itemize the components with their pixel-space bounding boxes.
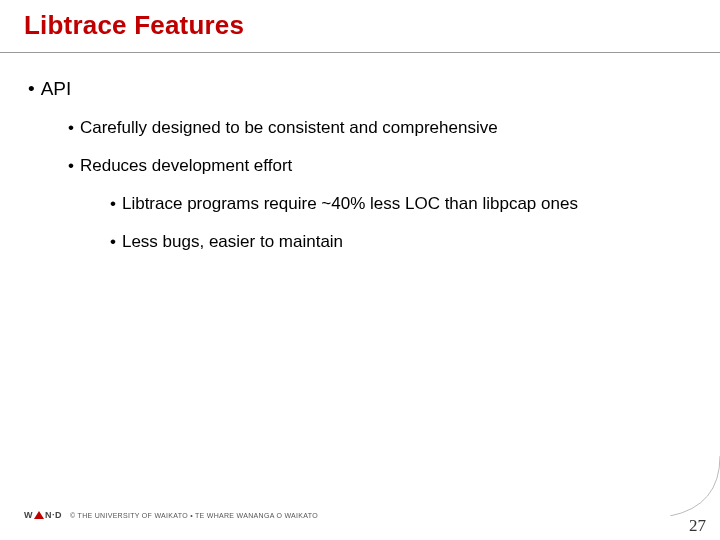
bullet-level2: • Reduces development effort [68,156,696,176]
bullet-level1: • API [28,78,696,100]
page-number: 27 [689,516,706,536]
bullet-text: Carefully designed to be consistent and … [80,118,498,138]
bullet-text: API [41,78,72,100]
bullet-dot-icon: • [110,232,116,252]
bullet-text: Less bugs, easier to maintain [122,232,343,252]
bullet-dot-icon: • [28,78,35,100]
slide-title: Libtrace Features [24,10,696,41]
bullet-dot-icon: • [68,118,74,138]
slide: Libtrace Features • API • Carefully desi… [0,0,720,540]
bullet-text: Libtrace programs require ~40% less LOC … [122,194,578,214]
bullet-level2: • Carefully designed to be consistent an… [68,118,696,138]
bullet-text: Reduces development effort [80,156,292,176]
title-divider [0,52,720,53]
bullet-dot-icon: • [68,156,74,176]
bullet-dot-icon: • [110,194,116,214]
logo-text-right: N·D [45,510,62,520]
bullet-level3: • Less bugs, easier to maintain [110,232,696,252]
logo-text-left: W [24,510,33,520]
triangle-icon [34,511,44,519]
copyright-text: © THE UNIVERSITY OF WAIKATO • TE WHARE W… [70,512,318,519]
slide-body: • API • Carefully designed to be consist… [24,78,696,270]
slide-footer: W N·D © THE UNIVERSITY OF WAIKATO • TE W… [24,510,318,520]
bullet-level3: • Libtrace programs require ~40% less LO… [110,194,696,214]
corner-curl-icon [660,456,720,516]
wand-logo: W N·D [24,510,62,520]
